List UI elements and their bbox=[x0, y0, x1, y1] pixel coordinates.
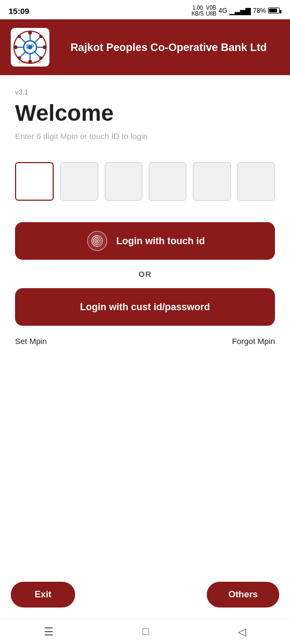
svg-point-11 bbox=[28, 31, 32, 35]
svg-point-13 bbox=[14, 46, 18, 49]
bank-logo: SYMBOL OF TRUST RP bbox=[11, 28, 49, 67]
signal-bars-icon: ▁▃▅▇ bbox=[229, 7, 251, 15]
login-cust-id-label: Login with cust id/password bbox=[80, 302, 210, 313]
svg-point-17 bbox=[18, 56, 21, 60]
welcome-title: Welcome bbox=[15, 100, 275, 126]
fingerprint-icon bbox=[85, 229, 109, 253]
battery-icon bbox=[268, 8, 281, 14]
android-nav-bar: ☰ □ ◁ bbox=[0, 618, 290, 644]
nav-menu-icon[interactable]: ☰ bbox=[44, 625, 54, 638]
battery-percentage: 78% bbox=[253, 7, 266, 14]
mpin-links: Set Mpin Forgot Mpin bbox=[15, 336, 275, 346]
login-touch-id-button[interactable]: Login with touch id bbox=[15, 222, 275, 260]
status-bar: 15:09 1.00KB/S V0BU8B 4G ▁▃▅▇ 78% bbox=[0, 0, 290, 19]
exit-button[interactable]: Exit bbox=[11, 582, 75, 608]
or-divider: OR bbox=[15, 269, 275, 279]
login-cust-id-button[interactable]: Login with cust id/password bbox=[15, 288, 275, 326]
bank-name: Rajkot Peoples Co-Operative Bank Ltd bbox=[58, 40, 279, 54]
status-time: 15:09 bbox=[9, 6, 29, 16]
mpin-box-5[interactable] bbox=[193, 162, 230, 201]
svg-point-22 bbox=[96, 240, 98, 242]
svg-text:RP: RP bbox=[26, 44, 34, 50]
mpin-box-6[interactable] bbox=[237, 162, 275, 201]
nav-back-icon[interactable]: ◁ bbox=[238, 625, 246, 638]
network-type-icon: V0BU8B bbox=[206, 5, 216, 17]
svg-point-18 bbox=[39, 56, 42, 60]
login-touch-id-label: Login with touch id bbox=[117, 236, 205, 247]
app-header: SYMBOL OF TRUST RP Rajkot Peoples Co-Ope… bbox=[0, 19, 290, 75]
version-label: v3.1 bbox=[15, 88, 275, 96]
mpin-box-2[interactable] bbox=[60, 162, 98, 201]
forgot-mpin-link[interactable]: Forgot Mpin bbox=[232, 336, 275, 346]
bottom-bar: Exit Others bbox=[0, 573, 290, 618]
svg-point-14 bbox=[43, 46, 47, 49]
network-4g-icon: 4G bbox=[219, 7, 227, 14]
svg-point-16 bbox=[39, 35, 42, 38]
data-speed-icon: 1.00KB/S bbox=[192, 5, 204, 17]
status-icons: 1.00KB/S V0BU8B 4G ▁▃▅▇ 78% bbox=[192, 5, 281, 17]
svg-text:SYMBOL OF TRUST: SYMBOL OF TRUST bbox=[19, 61, 42, 64]
bank-logo-svg: SYMBOL OF TRUST RP bbox=[13, 30, 47, 64]
others-button[interactable]: Others bbox=[207, 582, 279, 608]
mpin-box-4[interactable] bbox=[149, 162, 186, 201]
svg-point-15 bbox=[18, 35, 21, 38]
mpin-box-3[interactable] bbox=[105, 162, 142, 201]
main-content: v3.1 Welcome Enter 6 digit Mpin or touch… bbox=[0, 75, 290, 573]
welcome-subtitle: Enter 6 digit Mpin or touch ID to login bbox=[15, 131, 275, 141]
set-mpin-link[interactable]: Set Mpin bbox=[15, 336, 47, 346]
mpin-input-group bbox=[15, 162, 275, 201]
nav-home-icon[interactable]: □ bbox=[142, 625, 149, 638]
mpin-box-1[interactable] bbox=[15, 162, 54, 201]
